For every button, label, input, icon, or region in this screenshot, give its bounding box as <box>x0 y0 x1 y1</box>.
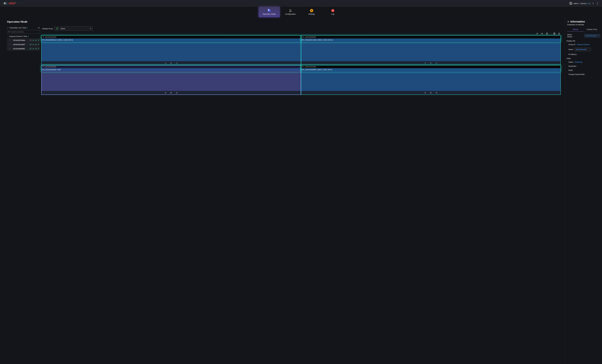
keyboard-icon[interactable] <box>35 43 37 45</box>
display-array-select[interactable]: ATest ▼ <box>54 26 93 31</box>
display-tile[interactable]: TX_0016c04c4bd7 RX_0016c05651a5 | 3840 x… <box>41 35 301 65</box>
device-item[interactable]: ⋮⋮ 0016c05699fd <box>7 47 40 51</box>
logo: iEi | iSDV˚ <box>3 2 17 5</box>
delete-button[interactable] <box>546 32 548 35</box>
display-array-panel: Display Array: ATest ▼ TX_0016c04c4bd7 R… <box>41 17 565 364</box>
gear-icon[interactable] <box>435 92 438 94</box>
select-device-dropdown[interactable]: 0016c0515dee <box>584 34 600 37</box>
caret-down-icon: ▼ <box>90 28 91 29</box>
gear-icon[interactable] <box>176 62 178 64</box>
nav-label: Settings <box>308 13 315 15</box>
play-icon[interactable] <box>165 92 167 94</box>
nav-settings[interactable]: Settings <box>301 7 322 17</box>
content-area: Operation Mode Transmitter List | Total … <box>0 17 602 364</box>
keyboard-icon[interactable] <box>35 39 37 41</box>
search-input[interactable] <box>11 31 39 33</box>
nav-log[interactable]: Log <box>322 7 343 17</box>
chevron-down-icon: ⌄ <box>7 35 8 37</box>
play-icon[interactable] <box>424 92 426 94</box>
play-icon[interactable] <box>424 62 426 64</box>
page-title: Operation Mode <box>7 20 40 23</box>
resolution-label: Resolution <box>569 65 576 67</box>
tile-rx-label: RX_0016c05651a5 | 3840 x 2160 | 60 Hz <box>42 39 301 41</box>
chevron-icon <box>567 21 569 23</box>
tile-tx-label: TX_0016c0515dee <box>301 65 560 68</box>
tile-actions <box>42 91 301 94</box>
user-name: admin <box>574 2 579 4</box>
cast-icon[interactable] <box>30 48 32 50</box>
group-id-label: Group ID: <box>569 43 576 45</box>
drag-handle-icon[interactable]: ⋮⋮ <box>8 40 11 41</box>
group-id-value: Ungroup Devices <box>577 43 590 45</box>
logo-iei: iEi <box>3 2 7 5</box>
lock-button[interactable] <box>558 32 560 35</box>
device-item[interactable]: ⋮⋮ 0016c04c4bd7 <box>7 42 40 46</box>
cast-icon[interactable] <box>30 39 32 41</box>
keyboard-icon[interactable] <box>35 48 37 50</box>
sound-icon[interactable] <box>170 62 172 64</box>
display-tile[interactable]: TX_0016c0515dee RX_0016c05699fd | 3840 x… <box>301 65 561 95</box>
display-array-label: Display Array: <box>42 28 53 30</box>
print-button[interactable] <box>553 32 556 35</box>
video-header: Video <box>567 58 600 59</box>
name-input[interactable] <box>574 48 591 51</box>
drag-handle-icon[interactable]: ⋮⋮ <box>8 48 11 50</box>
logo-isdv: iSDV˚ <box>9 2 17 5</box>
sort-icon[interactable] <box>38 27 40 29</box>
nav-operation-mode[interactable]: Operation Mode <box>259 7 280 17</box>
updown-icon[interactable] <box>7 27 9 29</box>
transmitter-panel: Operation Mode Transmitter List | Total … <box>0 17 41 364</box>
ungroup-count: 3 <box>28 35 29 37</box>
sound-button[interactable] <box>541 32 543 35</box>
display-info-header: Display Info <box>567 40 600 42</box>
name-label: Name: <box>569 49 573 50</box>
tile-tx-label: TX_0016c05699fd <box>301 36 560 39</box>
transmitter-count: 3 <box>27 27 28 29</box>
header-right: admin ( Device: 15 ) ▼ <box>569 2 599 5</box>
main-nav: Operation Mode Configuration Settings Lo… <box>0 7 602 17</box>
info-title: Information <box>567 20 600 23</box>
device-label: ( Device: 15 ) <box>580 2 591 4</box>
gear-icon[interactable] <box>435 62 438 64</box>
select-device-label: Select Device <box>567 34 574 38</box>
ungroup-label: Ungroup Devices | Total <box>9 35 27 37</box>
gear-icon <box>310 9 313 12</box>
status-value: Streaming <box>575 61 582 63</box>
audio-icon[interactable] <box>32 48 34 50</box>
gear-icon[interactable] <box>176 92 178 94</box>
play-icon[interactable] <box>165 62 167 64</box>
display-tile-selected[interactable]: TX_0016c05699fd RX_0016c04c4bd7 | N/A <box>41 65 301 95</box>
usb-icon[interactable] <box>38 48 40 50</box>
array-actions <box>41 32 565 35</box>
audio-icon[interactable] <box>32 43 34 45</box>
operation-mode-icon <box>267 9 271 12</box>
tile-rx-label: RX_0016c04c4bd7 | N/A <box>42 68 301 71</box>
device-item[interactable]: ⋮⋮ 0016c0515dee <box>7 38 40 42</box>
more-menu-button[interactable] <box>596 2 599 5</box>
ungroup-header[interactable]: ⌄ Ungroup Devices | Total 3 <box>7 35 40 37</box>
usb-icon[interactable] <box>38 43 40 45</box>
nav-label: Log <box>331 13 334 15</box>
nav-label: Configuration <box>285 13 296 15</box>
ip-address-label: IP Address: <box>569 53 577 55</box>
display-tile[interactable]: TX_0016c05699fd RX_0016c0517eb9 | 3840 x… <box>301 35 561 65</box>
play-button[interactable] <box>536 32 538 35</box>
drag-handle-icon[interactable]: ⋮⋮ <box>8 44 11 45</box>
nav-configuration[interactable]: Configuration <box>280 7 301 17</box>
tile-tx-label: TX_0016c05699fd <box>42 65 301 68</box>
tile-rx-label: RX_0016c0517eb9 | 3840 x 2160 | 60 Hz <box>301 39 560 41</box>
user-menu[interactable]: admin ( Device: 15 ) ▼ <box>569 2 594 5</box>
app-header: iEi | iSDV˚ admin ( Device: 15 ) ▼ <box>0 0 602 7</box>
logo-divider: | <box>7 2 8 5</box>
audio-icon[interactable] <box>32 39 34 41</box>
search-box[interactable] <box>7 30 40 34</box>
tab-device[interactable]: Device <box>567 27 584 31</box>
sound-icon[interactable] <box>170 92 172 94</box>
tab-display-array[interactable]: Display Array <box>584 27 600 31</box>
info-subtitle: Properities of selected <box>567 24 600 26</box>
sound-icon[interactable] <box>430 92 432 94</box>
tile-actions <box>301 61 560 65</box>
sound-icon[interactable] <box>430 62 432 64</box>
usb-icon[interactable] <box>38 39 40 41</box>
cast-icon[interactable] <box>30 43 32 45</box>
